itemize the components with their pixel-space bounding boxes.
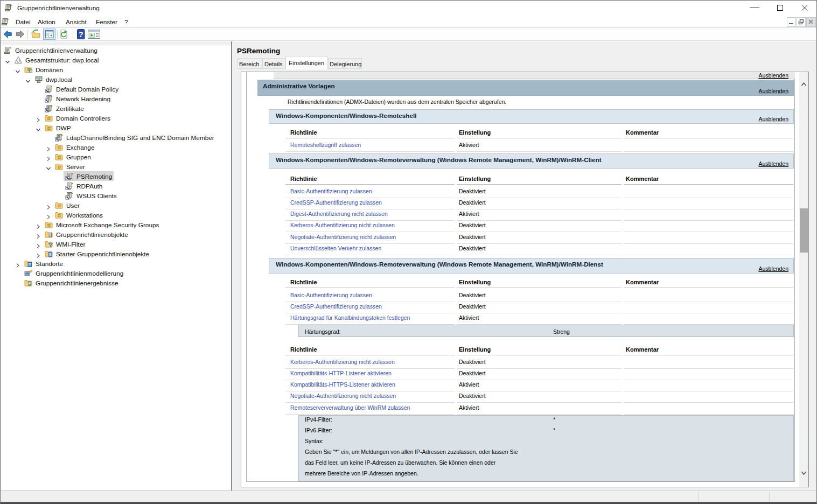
svg-text:?: ? (79, 30, 83, 39)
